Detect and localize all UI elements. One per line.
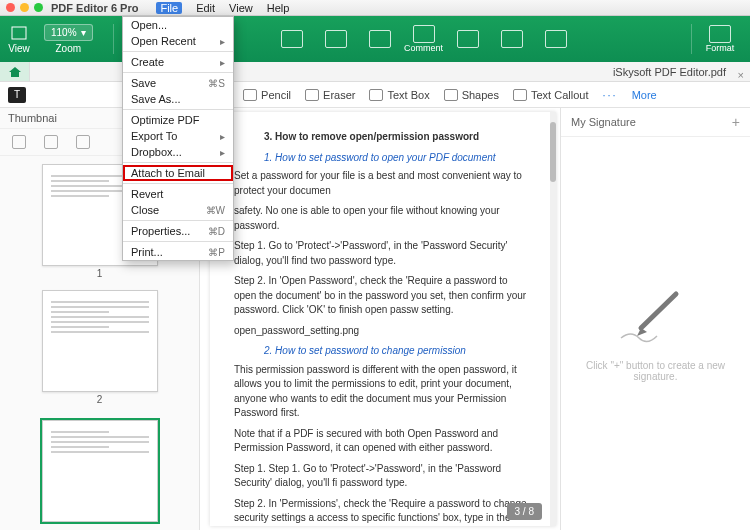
thumbnail-page-3[interactable]: [42, 420, 158, 522]
chevron-down-icon: ▾: [81, 27, 86, 38]
file-menu-attach-label: Attach to Email: [131, 167, 205, 179]
svg-marker-2: [637, 328, 647, 336]
menu-separator: [123, 72, 233, 73]
zoom-control[interactable]: 110% ▾ Zoom: [44, 24, 93, 54]
add-signature-button[interactable]: +: [732, 114, 740, 130]
file-menu-create[interactable]: Create▸: [123, 54, 233, 70]
doc-text: 3. How to remove open/permission passwor…: [264, 130, 532, 145]
file-menu-close[interactable]: Close⌘W: [123, 202, 233, 218]
file-menu-save-label: Save: [131, 77, 156, 89]
callout-button[interactable]: Text Callout: [513, 89, 588, 101]
home-tab[interactable]: [0, 62, 30, 81]
document-tab-title: iSkysoft PDF Editor.pdf: [613, 66, 726, 78]
file-menu-attach-email[interactable]: Attach to Email: [123, 165, 233, 181]
chevron-right-icon: ▸: [220, 57, 225, 68]
file-menu-print-label: Print...: [131, 246, 163, 258]
toolbar-item[interactable]: [358, 30, 402, 48]
menu-file[interactable]: File: [156, 2, 182, 14]
file-menu-optimize-label: Optimize PDF: [131, 114, 199, 126]
file-menu-optimize[interactable]: Optimize PDF: [123, 112, 233, 128]
file-menu-open[interactable]: Open...: [123, 17, 233, 33]
window-controls: [6, 3, 43, 12]
thumbnail-option-icon[interactable]: [12, 135, 26, 149]
toolbar-comment[interactable]: Comment: [402, 25, 446, 53]
callout-label: Text Callout: [531, 89, 588, 101]
file-menu-dropdown: Open... Open Recent▸ Create▸ Save⌘S Save…: [122, 16, 234, 261]
view-label: View: [8, 43, 30, 54]
text-tool-button[interactable]: T: [8, 87, 26, 103]
doc-heading-link[interactable]: 1. How to set password to open your PDF …: [264, 151, 532, 166]
file-menu-save-as-label: Save As...: [131, 93, 181, 105]
doc-text: safety. No one is able to open your file…: [234, 204, 532, 233]
signature-hint-text: Click "+" button to create a new signatu…: [575, 360, 736, 382]
view-mode-button[interactable]: View: [8, 25, 30, 54]
chevron-right-icon: ▸: [220, 131, 225, 142]
tool-icon: [281, 30, 303, 48]
signature-empty-state: Click "+" button to create a new signatu…: [561, 137, 750, 530]
comment-label: Comment: [404, 43, 443, 53]
file-menu-create-label: Create: [131, 56, 164, 68]
callout-icon: [513, 89, 527, 101]
toolbar-item[interactable]: [534, 30, 578, 48]
menubar: File Edit View Help: [156, 2, 289, 14]
file-menu-close-label: Close: [131, 204, 159, 216]
file-menu-revert-label: Revert: [131, 188, 163, 200]
thumbnail-page-2[interactable]: 2: [42, 290, 158, 392]
toolbar-item[interactable]: [490, 30, 534, 48]
shortcut: ⌘S: [208, 78, 225, 89]
textbox-icon: [369, 89, 383, 101]
minimize-window-button[interactable]: [20, 3, 29, 12]
format-label: Format: [706, 43, 735, 53]
svg-line-1: [641, 294, 676, 328]
scrollbar[interactable]: [550, 112, 556, 526]
doc-text: Set a password for your file is a best a…: [234, 169, 532, 198]
shapes-button[interactable]: Shapes: [444, 89, 499, 101]
more-dots-icon: ···: [602, 89, 617, 101]
chevron-right-icon: ▸: [220, 36, 225, 47]
bookmark-option-icon[interactable]: [44, 135, 58, 149]
document-tab[interactable]: iSkysoft PDF Editor.pdf ×: [603, 66, 750, 78]
toolbar-format[interactable]: Format: [698, 25, 742, 53]
file-menu-save[interactable]: Save⌘S: [123, 75, 233, 91]
file-menu-revert[interactable]: Revert: [123, 186, 233, 202]
menu-edit[interactable]: Edit: [196, 2, 215, 14]
format-icon: [709, 25, 731, 43]
maximize-window-button[interactable]: [34, 3, 43, 12]
signature-header-label: My Signature: [571, 116, 636, 128]
menu-separator: [123, 162, 233, 163]
doc-heading-link[interactable]: 2. How to set password to change permiss…: [264, 344, 532, 359]
attachment-option-icon[interactable]: [76, 135, 90, 149]
more-button[interactable]: More: [632, 89, 657, 101]
chevron-right-icon: ▸: [220, 147, 225, 158]
file-menu-dropbox[interactable]: Dropbox...▸: [123, 144, 233, 160]
toolbar-item[interactable]: [446, 30, 490, 48]
menu-help[interactable]: Help: [267, 2, 290, 14]
eraser-icon: [305, 89, 319, 101]
eraser-button[interactable]: Eraser: [305, 89, 355, 101]
document-viewport[interactable]: 3. How to remove open/permission passwor…: [200, 108, 560, 530]
annotation-toolbar: T Underline Pencil Eraser Text Box Shape…: [0, 82, 750, 108]
shapes-label: Shapes: [462, 89, 499, 101]
menu-view[interactable]: View: [229, 2, 253, 14]
file-menu-save-as[interactable]: Save As...: [123, 91, 233, 107]
file-menu-export[interactable]: Export To▸: [123, 128, 233, 144]
zoom-label: Zoom: [56, 43, 82, 54]
pencil-button[interactable]: Pencil: [243, 89, 291, 101]
toolbar-item[interactable]: [314, 30, 358, 48]
close-window-button[interactable]: [6, 3, 15, 12]
file-menu-open-recent[interactable]: Open Recent▸: [123, 33, 233, 49]
file-menu-properties[interactable]: Properties...⌘D: [123, 223, 233, 239]
tool-icon: [369, 30, 391, 48]
toolbar-item[interactable]: [270, 30, 314, 48]
scrollbar-thumb[interactable]: [550, 122, 556, 182]
file-menu-print[interactable]: Print...⌘P: [123, 244, 233, 260]
close-tab-icon[interactable]: ×: [738, 69, 744, 81]
thumbnail-number: 1: [97, 268, 103, 279]
doc-text: Note that if a PDF is secured with both …: [234, 427, 532, 456]
doc-text: Step 1. Go to 'Protect'->'Password', in …: [234, 239, 532, 268]
titlebar: PDF Editor 6 Pro File Edit View Help: [0, 0, 750, 16]
textbox-button[interactable]: Text Box: [369, 89, 429, 101]
tool-icon: [457, 30, 479, 48]
home-icon: [9, 67, 21, 77]
tool-icon: [325, 30, 347, 48]
